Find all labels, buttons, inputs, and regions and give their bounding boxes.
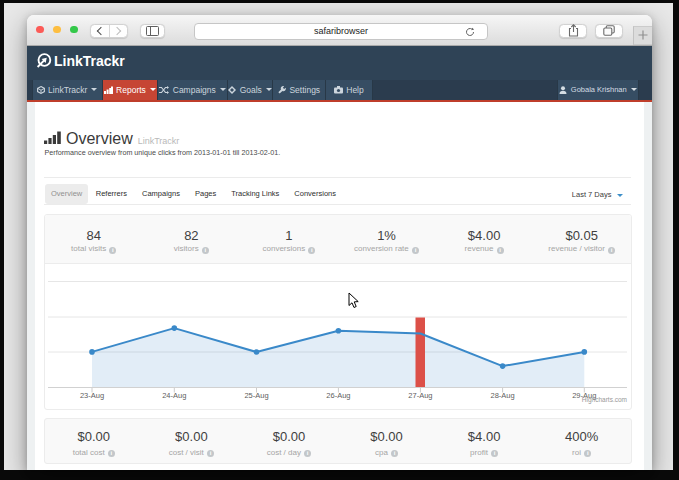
svg-text:25-Aug: 25-Aug — [244, 390, 268, 399]
svg-text:23-Aug: 23-Aug — [80, 390, 104, 399]
svg-text:Highcharts.com: Highcharts.com — [582, 396, 627, 404]
svg-text:27-Aug: 27-Aug — [408, 390, 432, 399]
svg-text:26-Aug: 26-Aug — [326, 390, 350, 399]
svg-text:24-Aug: 24-Aug — [162, 390, 186, 399]
svg-text:28-Aug: 28-Aug — [491, 390, 515, 399]
